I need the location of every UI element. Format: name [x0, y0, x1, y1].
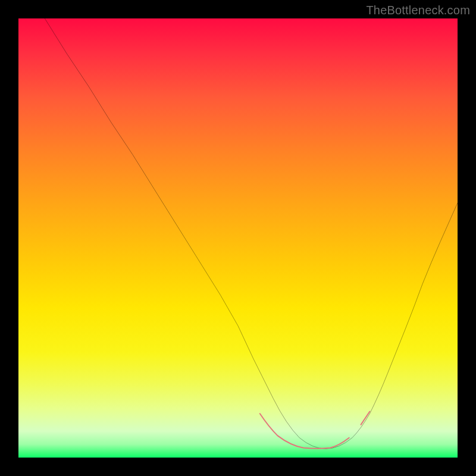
watermark-text: TheBottleneck.com — [366, 4, 470, 17]
chart-svg — [18, 18, 458, 458]
chart-stage: TheBottleneck.com — [0, 0, 476, 476]
bottleneck-curve — [45, 18, 458, 449]
optimal-range-highlight — [260, 412, 370, 449]
plot-area — [18, 18, 458, 458]
